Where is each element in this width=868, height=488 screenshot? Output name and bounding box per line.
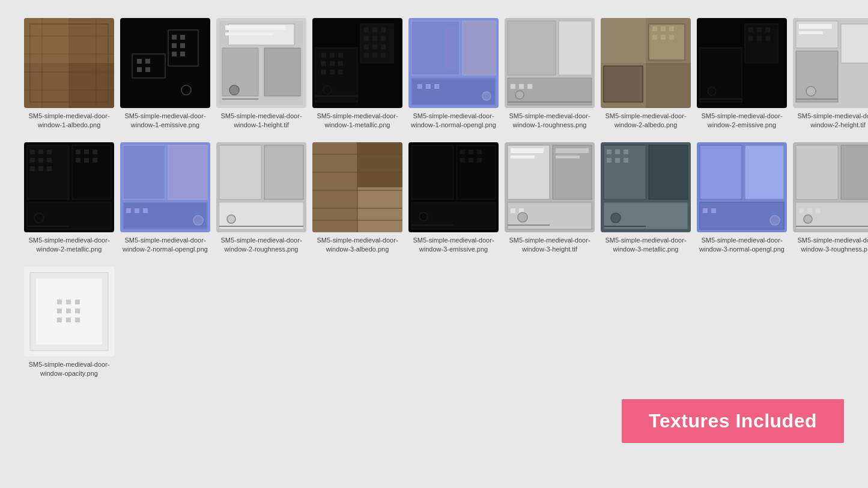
texture-label: SM5-simple-medieval-door-window-2-normal…	[120, 236, 210, 255]
svg-rect-130	[123, 145, 165, 199]
texture-thumbnail	[697, 142, 787, 232]
svg-rect-174	[511, 208, 515, 213]
texture-thumbnail	[601, 142, 691, 232]
svg-rect-63	[411, 78, 496, 105]
svg-rect-48	[364, 28, 369, 32]
svg-rect-18	[145, 67, 150, 72]
svg-rect-40	[321, 61, 326, 66]
textures-included-badge: Textures Included	[622, 399, 844, 443]
list-item[interactable]: SM5-simple-medieval-door-window-3-roughn…	[793, 142, 868, 255]
texture-label: SM5-simple-medieval-door-window-3-roughn…	[793, 236, 868, 255]
svg-rect-94	[765, 28, 770, 32]
svg-rect-54	[364, 44, 369, 49]
list-item[interactable]: SM5-simple-medieval-door-window-2-albedo…	[601, 18, 691, 130]
svg-rect-179	[556, 155, 580, 158]
svg-rect-92	[748, 28, 753, 32]
list-item[interactable]: SM5-simple-medieval-door-window-1-roughn…	[505, 18, 595, 130]
svg-rect-87	[661, 35, 666, 40]
svg-point-136	[193, 215, 203, 225]
list-item[interactable]: SM5-simple-medieval-door-window-opacity.…	[24, 267, 114, 379]
texture-label: SM5-simple-medieval-door-window-1-roughn…	[505, 112, 595, 130]
svg-rect-64	[417, 84, 422, 89]
svg-rect-169	[508, 145, 550, 199]
texture-thumbnail	[408, 18, 499, 108]
svg-rect-86	[652, 35, 657, 40]
svg-rect-216	[75, 309, 80, 313]
svg-rect-50	[381, 28, 386, 32]
svg-rect-80	[646, 63, 691, 108]
svg-rect-119	[38, 166, 43, 171]
svg-rect-16	[145, 59, 150, 64]
texture-label: SM5-simple-medieval-door-window-3-normal…	[697, 236, 787, 255]
texture-thumbnail	[24, 142, 114, 232]
texture-thumbnail	[312, 18, 402, 108]
svg-rect-139	[264, 145, 303, 199]
svg-rect-37	[321, 53, 326, 58]
svg-rect-49	[372, 28, 377, 32]
svg-rect-149	[357, 187, 402, 232]
svg-rect-39	[338, 53, 343, 58]
svg-rect-79	[601, 18, 646, 63]
texture-label: SM5-simple-medieval-door-window-1-metall…	[312, 112, 402, 130]
list-item[interactable]: SM5-simple-medieval-door-window-3-emissi…	[408, 142, 499, 255]
list-item[interactable]: SM5-simple-medieval-door-window-2-normal…	[120, 142, 210, 255]
list-item[interactable]: SM5-simple-medieval-door-window-2-roughn…	[216, 142, 306, 255]
texture-thumbnail	[697, 18, 787, 108]
list-item[interactable]: SM5-simple-medieval-door-window-2-emissi…	[697, 18, 787, 130]
svg-rect-83	[652, 26, 657, 31]
list-item[interactable]: SM5-simple-medieval-door-window-1-emissi…	[120, 18, 210, 130]
list-item[interactable]: SM5-simple-medieval-door-window-2-metall…	[24, 142, 114, 255]
svg-rect-84	[661, 26, 666, 31]
svg-rect-170	[553, 145, 592, 199]
list-item[interactable]: SM5-simple-medieval-door-window-1-height…	[216, 18, 306, 130]
svg-rect-219	[75, 318, 80, 322]
svg-rect-197	[703, 208, 708, 213]
list-item[interactable]: SM5-simple-medieval-door-window-1-normal…	[408, 18, 499, 130]
svg-rect-101	[841, 24, 868, 63]
list-item[interactable]: SM5-simple-medieval-door-window-2-height…	[793, 18, 868, 130]
list-item[interactable]: SM5-simple-medieval-door-window-1-albedo…	[24, 18, 114, 130]
svg-rect-135	[143, 208, 148, 213]
svg-rect-52	[372, 36, 377, 41]
svg-rect-162	[477, 149, 482, 154]
svg-rect-125	[93, 149, 97, 154]
list-item[interactable]: SM5-simple-medieval-door-window-3-metall…	[601, 142, 691, 255]
svg-rect-134	[135, 208, 139, 213]
svg-rect-132	[123, 202, 207, 229]
texture-thumbnail	[312, 142, 402, 232]
svg-rect-212	[66, 300, 71, 304]
list-item[interactable]: SM5-simple-medieval-door-window-1-metall…	[312, 18, 402, 130]
svg-rect-33	[225, 32, 273, 35]
list-item[interactable]: SM5-simple-medieval-door-window-3-albedo…	[312, 142, 402, 255]
svg-rect-148	[357, 142, 402, 187]
texture-thumbnail	[408, 142, 499, 232]
svg-rect-113	[38, 149, 43, 154]
list-item[interactable]: SM5-simple-medieval-door-window-3-normal…	[697, 142, 787, 255]
svg-rect-105	[799, 31, 823, 34]
svg-point-47	[323, 86, 332, 94]
svg-rect-164	[469, 158, 473, 163]
svg-rect-218	[66, 318, 71, 322]
svg-rect-93	[757, 28, 762, 32]
svg-rect-65	[426, 84, 431, 89]
texture-thumbnail	[216, 18, 306, 108]
svg-rect-126	[76, 158, 80, 163]
svg-rect-206	[807, 208, 812, 213]
texture-label: SM5-simple-medieval-door-window-1-normal…	[408, 112, 499, 130]
svg-point-31	[229, 85, 239, 95]
svg-point-99	[708, 87, 716, 95]
svg-rect-116	[38, 158, 43, 163]
svg-rect-97	[765, 36, 770, 41]
texture-label: SM5-simple-medieval-door-window-2-emissi…	[697, 112, 787, 130]
svg-rect-70	[508, 21, 556, 75]
texture-label: SM5-simple-medieval-door-window-2-height…	[793, 112, 868, 130]
svg-rect-215	[66, 309, 71, 313]
texture-label: SM5-simple-medieval-door-window-3-emissi…	[408, 236, 499, 255]
svg-rect-157	[411, 145, 454, 199]
svg-rect-51	[364, 36, 369, 41]
svg-rect-160	[460, 149, 465, 154]
svg-rect-29	[264, 48, 300, 96]
svg-rect-85	[669, 26, 674, 31]
svg-point-204	[804, 215, 812, 223]
list-item[interactable]: SM5-simple-medieval-door-window-3-height…	[505, 142, 595, 255]
